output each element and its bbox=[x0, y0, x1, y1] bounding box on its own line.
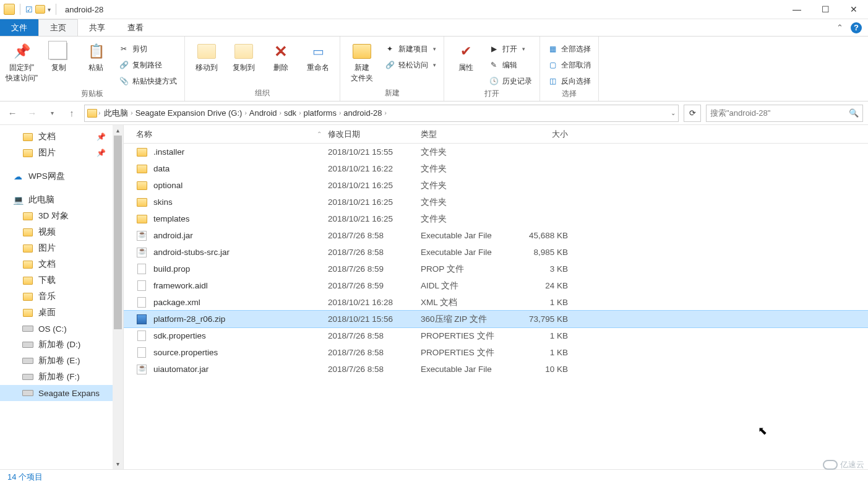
scrollbar-thumb[interactable] bbox=[114, 136, 122, 329]
pin-quickaccess-button[interactable]: 📌 固定到" 快速访问" bbox=[5, 39, 38, 89]
breadcrumb-item[interactable]: platforms bbox=[301, 108, 338, 118]
sidebar-item[interactable]: 文档 bbox=[0, 256, 123, 272]
file-row[interactable]: data2018/10/21 16:22文件夹 bbox=[124, 160, 868, 177]
tab-home[interactable]: 主页 bbox=[38, 19, 78, 36]
newitem-button[interactable]: ✦新建项目▾ bbox=[382, 41, 439, 56]
tab-share[interactable]: 共享 bbox=[78, 19, 116, 36]
breadcrumb-item[interactable]: 此电脑 bbox=[101, 108, 131, 119]
file-type: 文件夹 bbox=[421, 163, 516, 175]
scroll-down-icon[interactable]: ▾ bbox=[113, 459, 123, 469]
col-date[interactable]: 修改日期 bbox=[328, 129, 421, 140]
forward-button[interactable]: → bbox=[25, 106, 40, 121]
delete-button[interactable]: ✕删除 bbox=[264, 39, 298, 73]
navigation-tree[interactable]: 文档📌图片📌☁WPS网盘💻此电脑3D 对象视频图片文档下载音乐桌面OS (C:)… bbox=[0, 125, 124, 469]
copypath-button[interactable]: 🔗复制路径 bbox=[116, 58, 179, 72]
file-row[interactable]: platform-28_r06.zip2018/10/21 15:56360压缩… bbox=[124, 311, 868, 327]
invert-button[interactable]: ◫反向选择 bbox=[545, 74, 593, 89]
col-size[interactable]: 大小 bbox=[516, 129, 575, 140]
cut-button[interactable]: ✂剪切 bbox=[116, 41, 179, 56]
file-row[interactable]: optional2018/10/21 16:25文件夹 bbox=[124, 177, 868, 194]
properties-button[interactable]: ✔属性 bbox=[449, 39, 483, 89]
column-headers[interactable]: 名称⌃ 修改日期 类型 大小 bbox=[124, 125, 868, 144]
sidebar-item[interactable]: 下载 bbox=[0, 272, 123, 288]
file-row[interactable]: skins2018/10/21 16:25文件夹 bbox=[124, 194, 868, 210]
sidebar-item[interactable]: 音乐 bbox=[0, 288, 123, 305]
sidebar-item[interactable]: 桌面 bbox=[0, 305, 123, 321]
sidebar-item[interactable]: 3D 对象 bbox=[0, 208, 123, 224]
sidebar-item[interactable]: 新加卷 (E:) bbox=[0, 353, 123, 369]
easyaccess-button[interactable]: 🔗轻松访问▾ bbox=[382, 58, 439, 72]
back-button[interactable]: ← bbox=[5, 106, 20, 121]
copy-label: 复制 bbox=[51, 63, 66, 73]
selectnone-icon: ▢ bbox=[548, 60, 557, 70]
breadcrumb-item[interactable]: Seagate Expansion Drive (G:) bbox=[133, 108, 245, 118]
scroll-up-icon[interactable]: ▴ bbox=[113, 125, 123, 136]
file-name: .installer bbox=[153, 147, 328, 157]
file-row[interactable]: .installer2018/10/21 15:55文件夹 bbox=[124, 144, 868, 160]
selectall-button[interactable]: ▦全部选择 bbox=[545, 41, 593, 56]
help-icon[interactable]: ? bbox=[851, 22, 862, 33]
sidebar-item[interactable]: 新加卷 (F:) bbox=[0, 369, 123, 385]
paste-shortcut-button[interactable]: 📎粘贴快捷方式 bbox=[116, 74, 179, 89]
minimize-button[interactable]: — bbox=[783, 0, 811, 19]
group-label: 组织 bbox=[190, 88, 335, 100]
sidebar-item[interactable]: 图片 bbox=[0, 240, 123, 256]
copy-button[interactable]: 复制 bbox=[42, 39, 75, 89]
rename-button[interactable]: ▭重命名 bbox=[301, 39, 335, 73]
file-row[interactable]: sdk.properties2018/7/26 8:58PROPERTIES 文… bbox=[124, 327, 868, 344]
address-folder-icon bbox=[87, 109, 97, 118]
sidebar-scrollbar[interactable]: ▴ ▾ bbox=[113, 125, 123, 469]
qat-checkbox-icon[interactable]: ☑ bbox=[25, 5, 33, 14]
newfolder-button[interactable]: 新建 文件夹 bbox=[345, 39, 379, 84]
refresh-button[interactable]: ⟳ bbox=[684, 105, 701, 122]
sidebar-item[interactable]: 图片📌 bbox=[0, 145, 123, 161]
history-button[interactable]: 🕓历史记录 bbox=[486, 74, 535, 89]
sidebar-item[interactable]: 视频 bbox=[0, 224, 123, 240]
search-placeholder: 搜索"android-28" bbox=[710, 108, 770, 119]
open-icon: ▶ bbox=[489, 44, 499, 54]
quick-access-toolbar: ☑ ▾ bbox=[0, 4, 59, 15]
ribbon-collapse-icon[interactable]: ⌃ bbox=[836, 23, 843, 32]
file-row[interactable]: android-stubs-src.jar2018/7/26 8:58Execu… bbox=[124, 244, 868, 261]
sidebar-item[interactable]: ☁WPS网盘 bbox=[0, 168, 123, 184]
recent-dropdown[interactable]: ▾ bbox=[45, 106, 59, 121]
qat-folder-icon[interactable] bbox=[35, 5, 45, 14]
copyto-button[interactable]: 复制到 bbox=[227, 39, 260, 73]
qat-dropdown-icon[interactable]: ▾ bbox=[48, 6, 51, 13]
separator bbox=[56, 4, 56, 15]
chevron-right-icon[interactable]: › bbox=[98, 110, 100, 116]
sidebar-item[interactable]: Seagate Expans bbox=[0, 385, 123, 401]
sidebar-item[interactable]: 💻此电脑 bbox=[0, 192, 123, 208]
breadcrumb-item[interactable]: sdk bbox=[281, 108, 299, 118]
file-row[interactable]: templates2018/10/21 16:25文件夹 bbox=[124, 210, 868, 227]
file-row[interactable]: android.jar2018/7/26 8:58Executable Jar … bbox=[124, 227, 868, 244]
address-bar[interactable]: › 此电脑›Seagate Expansion Drive (G:)›Andro… bbox=[84, 105, 679, 122]
close-button[interactable]: ✕ bbox=[840, 0, 868, 19]
breadcrumb-item[interactable]: Android bbox=[247, 108, 280, 118]
breadcrumb-item[interactable]: android-28 bbox=[341, 108, 384, 118]
moveto-button[interactable]: 移动到 bbox=[190, 39, 223, 73]
sidebar-item[interactable]: 新加卷 (D:) bbox=[0, 337, 123, 353]
sidebar-item[interactable]: 文档📌 bbox=[0, 129, 123, 145]
chevron-right-icon[interactable]: › bbox=[384, 110, 386, 116]
file-row[interactable]: uiautomator.jar2018/7/26 8:58Executable … bbox=[124, 361, 868, 378]
up-button[interactable]: ↑ bbox=[64, 106, 79, 121]
open-button[interactable]: ▶打开▾ bbox=[486, 41, 535, 56]
sidebar-item[interactable]: OS (C:) bbox=[0, 321, 123, 337]
col-type[interactable]: 类型 bbox=[421, 129, 516, 140]
paste-button[interactable]: 📋 粘贴 bbox=[79, 39, 113, 89]
tab-file[interactable]: 文件 bbox=[0, 19, 38, 36]
file-row[interactable]: framework.aidl2018/7/26 8:59AIDL 文件24 KB bbox=[124, 277, 868, 294]
address-dropdown-icon[interactable]: ⌄ bbox=[671, 110, 676, 116]
selectnone-button[interactable]: ▢全部取消 bbox=[545, 58, 593, 72]
search-input[interactable]: 搜索"android-28" 🔍 bbox=[706, 105, 863, 122]
file-row[interactable]: source.properties2018/7/26 8:58PROPERTIE… bbox=[124, 344, 868, 361]
sidebar-item-label: 文档 bbox=[38, 259, 56, 270]
tab-view[interactable]: 查看 bbox=[116, 19, 155, 36]
folder-icon bbox=[22, 275, 33, 286]
body-area: 文档📌图片📌☁WPS网盘💻此电脑3D 对象视频图片文档下载音乐桌面OS (C:)… bbox=[0, 125, 868, 469]
maximize-button[interactable]: ☐ bbox=[811, 0, 840, 19]
file-row[interactable]: build.prop2018/7/26 8:59PROP 文件3 KB bbox=[124, 261, 868, 277]
sort-asc-icon[interactable]: ⌃ bbox=[317, 131, 322, 137]
file-row[interactable]: package.xml2018/10/21 16:28XML 文档1 KB bbox=[124, 294, 868, 311]
